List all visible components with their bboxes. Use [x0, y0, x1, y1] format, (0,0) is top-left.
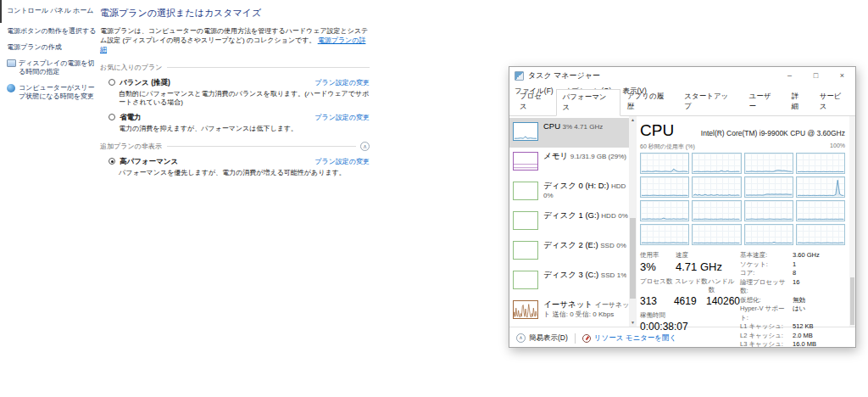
minimize-button[interactable]: – [776, 67, 803, 85]
maximize-button[interactable]: □ [803, 67, 829, 85]
pane-scrollbar[interactable] [849, 116, 855, 327]
spec-label: L2 キャッシュ: [740, 332, 793, 341]
item-stat: HDD [601, 212, 615, 220]
list-item-disk2[interactable]: ディスク 2 (E:) SSD 0% [509, 237, 637, 266]
plan-name: 高パフォーマンス [120, 157, 178, 167]
radio-balanced[interactable] [108, 79, 115, 86]
scroll-down-icon[interactable]: ▼ [629, 319, 637, 327]
cpu-core-graph-6 [744, 176, 793, 198]
item-stat2: 送信: 0 受信: 0 Kbps [553, 310, 614, 318]
item-stat2: 1% [617, 271, 627, 279]
scrollbar-thumb[interactable] [850, 277, 854, 325]
sidebar-item-power-button-behavior[interactable]: 電源ボタンの動作を選択する [7, 27, 97, 36]
cpu-spec-list: 基本速度:3.60 GHzソケット:1コア:8論理プロセッサ数:16仮想化:無効… [740, 251, 845, 349]
list-item-disk0[interactable]: ディスク 0 (H: D:) HDD 0% [509, 177, 637, 207]
tab-processes[interactable]: プロセス [513, 88, 556, 115]
list-item-ethernet[interactable]: イーサネット イーサネット 送信: 0 受信: 0 Kbps [509, 296, 637, 326]
graph-axis-label-left: 60 秒間の使用率 (%) [640, 143, 695, 151]
spec-label: L1 キャッシュ: [740, 322, 793, 332]
cpu-core-graph-8 [640, 200, 689, 221]
speed-value: 4.71 GHz [676, 260, 722, 273]
spec-value: 16 [793, 278, 845, 296]
item-name: メモリ [543, 151, 568, 160]
tab-app-history[interactable]: アプリの履歴 [620, 88, 677, 115]
tab-performance[interactable]: パフォーマンス [556, 89, 620, 116]
tab-services[interactable]: サービス [813, 88, 855, 115]
disk-thumbnail-graph [513, 271, 538, 289]
speed-label: 速度 [676, 251, 688, 260]
memory-thumbnail-graph [513, 152, 538, 171]
cpu-core-graph-0 [640, 153, 689, 174]
list-item-memory[interactable]: メモリ 9.1/31.9 GB (29%) [509, 148, 637, 177]
control-panel-sidebar: コントロール パネル ホーム 電源ボタンの動作を選択する 電源プランの作成 ディ… [7, 7, 97, 109]
cpu-core-graph-14 [744, 224, 793, 245]
list-item-cpu[interactable]: CPU 3% 4.71 GHz [509, 118, 637, 148]
spec-label: 論理プロセッサ数: [740, 278, 793, 296]
title-bar[interactable]: タスク マネージャー – □ × [509, 67, 855, 85]
item-stat: SSD [600, 242, 614, 249]
cpu-core-graph-3 [796, 153, 845, 174]
list-scrollbar[interactable]: ▲ ▼ [629, 116, 637, 327]
handles-label: ハンドル数 [709, 277, 741, 294]
tab-users[interactable]: ユーザー [743, 88, 785, 115]
cpu-core-graph-12 [640, 224, 689, 245]
spec-value: 無効 [793, 296, 845, 305]
spec-value: 3.60 GHz [793, 251, 845, 260]
plan-row-high-performance: 高パフォーマンス プラン設定の変更 [108, 157, 370, 167]
change-plan-settings-link[interactable]: プラン設定の変更 [314, 113, 370, 122]
tab-startup[interactable]: スタートアップ [677, 88, 742, 115]
cpu-core-graph-4 [640, 176, 689, 198]
item-name: イーサネット [543, 299, 593, 309]
usage-label: 使用率 [640, 251, 676, 260]
tab-details[interactable]: 詳細 [785, 88, 813, 115]
spec-value: 16.0 MB [793, 340, 845, 349]
disk-thumbnail-graph [513, 182, 538, 200]
list-item-disk1[interactable]: ディスク 1 (G:) HDD 0% [509, 207, 637, 237]
sidebar-item-display-off-time[interactable]: ディスプレイの電源を切る時間の指定 [7, 59, 97, 76]
cpu-core-graph-5 [692, 176, 741, 198]
item-stat: HDD [611, 182, 626, 190]
spec-label: コア: [740, 269, 793, 278]
plan-description: パフォーマンスを優先しますが、電力の消費が増える可能性があります。 [119, 169, 370, 177]
change-plan-settings-link[interactable]: プラン設定の変更 [314, 157, 370, 166]
cpu-core-graph-11 [796, 200, 845, 221]
item-name: ディスク 1 (G:) [543, 210, 599, 220]
plan-name: バランス (推奨) [120, 78, 170, 88]
spec-label: 基本速度: [740, 251, 793, 260]
cpu-core-graph-2 [744, 153, 793, 174]
sidebar-item-create-power-plan[interactable]: 電源プランの作成 [7, 43, 97, 52]
item-stat2: 0% [616, 242, 626, 249]
change-plan-settings-link[interactable]: プラン設定の変更 [314, 78, 370, 87]
item-stat: SSD [601, 271, 615, 279]
spec-value: 8 [793, 269, 845, 278]
usage-value: 3% [640, 260, 676, 273]
scroll-up-icon[interactable]: ▲ [629, 116, 637, 124]
cpu-heading: CPU [640, 121, 674, 140]
cpu-core-graph-9 [692, 200, 741, 221]
item-stat: 9.1/31.9 GB (29%) [570, 153, 626, 160]
close-button[interactable]: × [829, 67, 855, 85]
radio-high-performance[interactable] [108, 158, 115, 165]
spec-label: L3 キャッシュ: [740, 340, 793, 349]
scrollbar-thumb[interactable] [630, 218, 636, 299]
favorites-section-header: お気に入りのプラン [100, 63, 370, 72]
item-stat2: 0% [618, 212, 628, 220]
simple-view-button[interactable]: 簡易表示(D) [529, 333, 568, 344]
spec-label: 仮想化: [740, 296, 793, 305]
list-item-disk3[interactable]: ディスク 3 (C:) SSD 1% [509, 266, 637, 296]
item-stat: 3% 4.71 GHz [563, 123, 604, 131]
sidebar-item-sleep-time[interactable]: コンピューターがスリープ状態になる時間を変更 [7, 84, 97, 101]
resource-monitor-icon [582, 334, 591, 343]
collapse-chevron-icon[interactable]: ∧ [360, 142, 370, 151]
spec-value: 2.0 MB [793, 332, 845, 341]
power-options-main: 電源プランの選択またはカスタマイズ 電源プランは、コンピューターの電源の使用方法… [100, 7, 370, 182]
radio-power-saver[interactable] [108, 114, 115, 120]
sidebar-item-control-panel-home[interactable]: コントロール パネル ホーム [7, 7, 97, 15]
item-name: ディスク 0 (H: D:) [543, 181, 609, 190]
cpu-stats: 使用率 速度 3% 4.71 GHz プロセス数 スレッド数 ハンドル数 313 [640, 251, 740, 349]
section-rule [167, 146, 356, 147]
window-title: タスク マネージャー [528, 70, 600, 81]
fewer-details-icon[interactable]: ∧ [516, 333, 526, 343]
disk-thumbnail-graph [513, 211, 538, 230]
plan-row-balanced: バランス (推奨) プラン設定の変更 [108, 78, 370, 88]
